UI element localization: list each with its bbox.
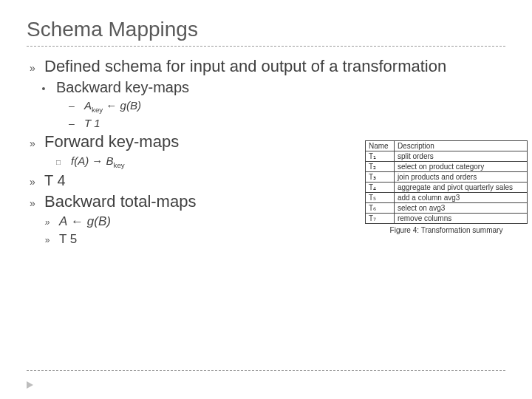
bullet-icon: □: [53, 158, 64, 166]
bullet-icon: »: [27, 176, 37, 188]
expr-a: A: [84, 99, 92, 112]
table-header: Name: [366, 141, 395, 151]
slide: Schema Mappings » Defined schema for inp…: [0, 0, 532, 399]
expr-f: f(A): [71, 154, 89, 167]
table-cell: add a column avg3: [394, 193, 527, 203]
table-row: T₄aggregate and pivot quarterly sales: [366, 183, 528, 193]
table-cell: remove columns: [394, 214, 527, 224]
figure-transformation-summary: Name Description T₁split orders T₂select…: [365, 140, 528, 234]
table-cell: split orders: [394, 151, 527, 162]
expr-sub: key: [114, 161, 125, 169]
bullet-level2: – T 1: [66, 117, 505, 129]
expr-arrow: ←: [67, 214, 86, 228]
table-row: T₅add a column avg3: [366, 193, 528, 203]
expr-b: B: [106, 154, 114, 167]
table-cell: aggregate and pivot quarterly sales: [394, 183, 527, 193]
play-icon: [27, 381, 33, 389]
bullet-level0: » Defined schema for input and output of…: [27, 57, 505, 76]
expr-arrow: ←: [103, 99, 120, 112]
bullet-level2: » T 5: [41, 232, 505, 247]
expr-arrow: →: [89, 154, 106, 167]
bullet-icon: »: [27, 197, 37, 209]
bullet-level2: – Akey ← g(B): [66, 99, 505, 114]
bullet-icon: »: [41, 235, 52, 245]
bullet-icon: –: [66, 117, 77, 129]
table-cell: select on avg3: [394, 203, 527, 214]
table-cell: join products and orders: [394, 172, 527, 183]
table-cell: T₁: [366, 151, 395, 162]
figure-table: Name Description T₁split orders T₂select…: [365, 140, 528, 224]
table-row: T₇remove columns: [366, 214, 528, 224]
table-row: T₃join products and orders: [366, 172, 528, 183]
bullet-icon: –: [66, 100, 77, 112]
bullet-icon: »: [41, 217, 52, 228]
bullet-text: T 1: [84, 117, 100, 129]
table-row: T₂select on product category: [366, 162, 528, 172]
divider-top: [27, 46, 505, 47]
table-cell: T₄: [366, 183, 395, 193]
bullet-text: T 4: [44, 172, 66, 189]
bullet-text: Forward key-maps: [44, 132, 179, 151]
bullet-icon: »: [27, 62, 37, 74]
table-row: T₁split orders: [366, 151, 528, 162]
expr-sub: key: [92, 106, 103, 114]
bullet-text: T 5: [59, 232, 77, 247]
table-cell: T₇: [366, 214, 395, 224]
table-cell: T₂: [366, 162, 395, 172]
expr-g: g(B): [120, 99, 141, 112]
table-header: Description: [394, 141, 527, 151]
bullet-text: Backward total-maps: [44, 192, 196, 211]
expr-g: g(B): [87, 214, 111, 228]
figure-caption: Figure 4: Transformation summary: [365, 226, 528, 234]
bullet-icon: »: [27, 137, 37, 149]
table-cell: T₆: [366, 203, 395, 214]
expr-a: A: [59, 214, 67, 228]
bullet-text: f(A) → Bkey: [71, 154, 125, 169]
table-row: T₆select on avg3: [366, 203, 528, 214]
bullet-text: Akey ← g(B): [84, 99, 141, 114]
divider-bottom: [27, 370, 505, 371]
bullet-icon: •: [38, 83, 49, 95]
bullet-level1: • Backward key-maps: [38, 79, 505, 96]
bullet-text: Defined schema for input and output of a…: [44, 57, 446, 76]
table-cell: select on product category: [394, 162, 527, 172]
table-cell: T₃: [366, 172, 395, 183]
table-header-row: Name Description: [366, 141, 528, 151]
bullet-text: Backward key-maps: [56, 79, 189, 96]
page-title: Schema Mappings: [27, 18, 505, 41]
table-cell: T₅: [366, 193, 395, 203]
bullet-text: A ← g(B): [59, 214, 111, 229]
